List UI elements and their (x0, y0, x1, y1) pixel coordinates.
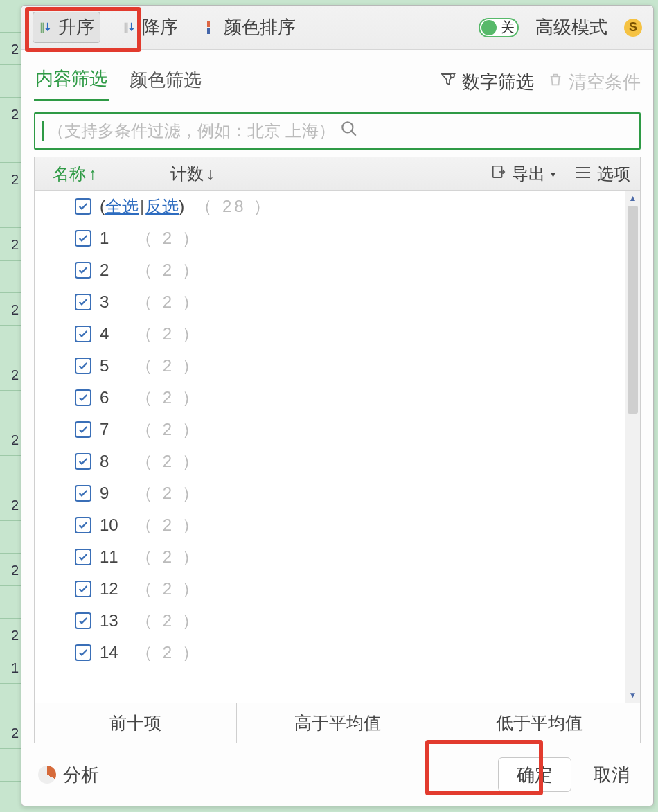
filter-tabs: 内容筛选 颜色筛选 数字筛选 清空条件 (21, 50, 653, 101)
row-value: 14 (100, 643, 127, 662)
checkbox[interactable] (75, 549, 91, 565)
export-icon (491, 164, 506, 184)
search-icon (340, 120, 632, 142)
row-value: 5 (100, 356, 127, 376)
list-row: 8（ 2 ） (35, 445, 625, 477)
col-count-header[interactable]: 计数 ↓ (152, 157, 263, 190)
search-input[interactable]: （支持多条件过滤，例如：北京 上海） (34, 112, 641, 150)
sort-asc-label: 升序 (58, 15, 94, 39)
row-count: （ 2 ） (136, 642, 202, 664)
list-row: 14（ 2 ） (35, 637, 625, 669)
color-sort-button[interactable]: 颜色排序 (200, 12, 301, 42)
sort-up-icon: ↑ (89, 164, 97, 184)
list-row: 13（ 2 ） (35, 605, 625, 637)
select-all-link[interactable]: 全选 (105, 197, 139, 215)
filter-list: 名称 ↑ 计数 ↓ 导出 ▾ 选项 (全选 (34, 157, 641, 703)
row-count: （ 2 ） (136, 291, 202, 313)
svg-point-7 (342, 122, 353, 132)
list-row: 4（ 2 ） (35, 318, 625, 350)
checkbox[interactable] (75, 294, 91, 310)
row-value: 1 (100, 229, 127, 248)
quick-below-avg[interactable]: 低于平均值 (438, 703, 640, 743)
row-count: （ 2 ） (136, 259, 202, 281)
options-button[interactable]: 选项 (565, 163, 640, 185)
number-filter-button[interactable]: 数字筛选 (440, 70, 534, 94)
row-count: （ 2 ） (136, 450, 202, 473)
svg-point-6 (450, 73, 454, 78)
list-row: 9（ 2 ） (35, 477, 625, 509)
checkbox[interactable] (75, 230, 91, 247)
scroll-down-icon[interactable]: ▼ (625, 687, 640, 703)
list-row: 12（ 2 ） (35, 573, 625, 605)
checkbox[interactable] (75, 517, 91, 533)
sort-down-icon: ↓ (206, 164, 215, 184)
analyze-button[interactable]: 分析 (63, 763, 99, 787)
checkbox[interactable] (75, 262, 91, 279)
ok-button[interactable]: 确定 (498, 757, 571, 792)
sort-desc-label: 降序 (142, 15, 178, 39)
row-count: （ 2 ） (136, 610, 202, 632)
quick-filters: 前十项 高于平均值 低于平均值 (34, 703, 641, 743)
row-value: 12 (100, 579, 127, 599)
filter-panel: 升序 降序 颜色排序 关 高级模式 S 内容筛选 颜色筛选 (21, 5, 654, 806)
quick-above-avg[interactable]: 高于平均值 (236, 703, 438, 743)
row-count: （ 2 ） (136, 227, 202, 249)
row-count: （ 2 ） (136, 578, 202, 600)
color-sort-label: 颜色排序 (224, 15, 296, 39)
list-header: 名称 ↑ 计数 ↓ 导出 ▾ 选项 (35, 157, 640, 191)
row-value: 2 (100, 261, 127, 280)
checkbox[interactable] (75, 581, 91, 597)
sort-desc-button[interactable]: 降序 (117, 12, 184, 42)
row-value: 13 (100, 611, 127, 630)
list-row: 6（ 2 ） (35, 382, 625, 414)
checkbox[interactable] (75, 612, 91, 629)
scroll-up-icon[interactable]: ▲ (625, 191, 640, 206)
advanced-mode-label: 高级模式 (535, 15, 607, 39)
advanced-mode-toggle[interactable]: 关 (479, 18, 519, 37)
invert-link[interactable]: 反选 (145, 197, 179, 215)
row-value: 7 (100, 420, 127, 439)
scrollbar-thumb[interactable] (628, 206, 638, 414)
svg-rect-1 (43, 22, 44, 33)
tab-content-filter[interactable]: 内容筛选 (34, 62, 109, 101)
row-value: 3 (100, 292, 127, 312)
list-row: 11（ 2 ） (35, 541, 625, 573)
checkbox[interactable] (75, 485, 91, 502)
row-count: （ 2 ） (136, 355, 202, 377)
cancel-button[interactable]: 取消 (587, 763, 637, 787)
quick-top10[interactable]: 前十项 (35, 703, 236, 743)
svg-rect-4 (207, 21, 210, 27)
checkbox[interactable] (75, 326, 91, 342)
vertical-scrollbar[interactable]: ▲ ▼ (625, 191, 640, 703)
sort-asc-icon (39, 20, 54, 35)
row-count: （ 2 ） (136, 482, 202, 504)
tab-color-filter[interactable]: 颜色筛选 (128, 64, 203, 100)
export-button[interactable]: 导出 ▾ (481, 163, 565, 185)
funnel-icon (440, 71, 456, 93)
list-row: 5（ 2 ） (35, 350, 625, 382)
row-count: （ 2 ） (136, 323, 202, 345)
hamburger-icon (575, 164, 592, 184)
col-name-header[interactable]: 名称 ↑ (35, 157, 152, 190)
checkbox[interactable] (75, 358, 91, 374)
row-gutter: 222222222212 (0, 0, 21, 812)
sort-asc-button[interactable]: 升序 (33, 12, 100, 43)
checkbox-all[interactable] (75, 198, 91, 215)
toggle-off-label: 关 (501, 18, 515, 37)
list-row: 1（ 2 ） (35, 222, 625, 254)
svg-rect-2 (125, 22, 126, 33)
checkbox[interactable] (75, 389, 91, 406)
clear-conditions-button[interactable]: 清空条件 (548, 70, 641, 94)
pie-chart-icon (38, 766, 56, 784)
list-row: 10（ 2 ） (35, 509, 625, 541)
list-row-all: (全选|反选)（ 28 ） (35, 191, 625, 222)
checkbox[interactable] (75, 644, 91, 661)
row-value: 9 (100, 484, 127, 503)
checkbox[interactable] (75, 421, 91, 438)
checkbox[interactable] (75, 453, 91, 470)
svg-rect-0 (41, 22, 42, 33)
total-count: （ 28 ） (195, 195, 273, 218)
row-value: 8 (100, 452, 127, 471)
list-body: (全选|反选)（ 28 ）1（ 2 ）2（ 2 ）3（ 2 ）4（ 2 ）5（ … (35, 191, 640, 703)
chevron-down-icon: ▾ (551, 168, 555, 179)
